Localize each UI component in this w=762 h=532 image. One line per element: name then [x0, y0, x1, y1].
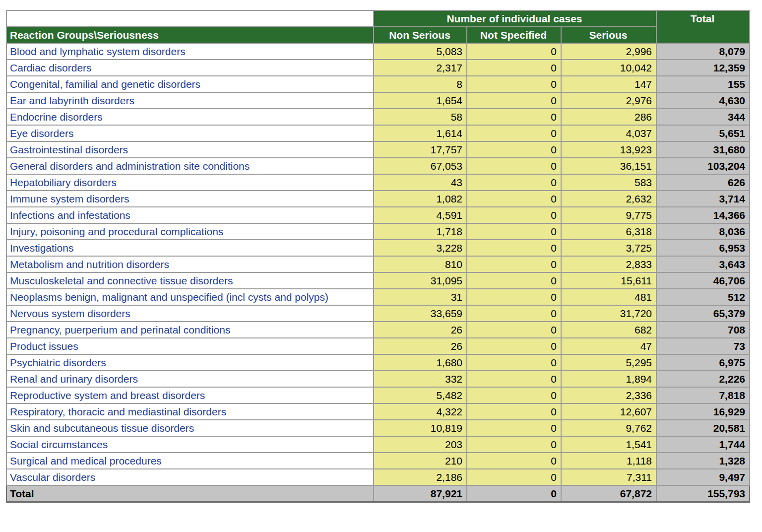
- row-label[interactable]: Product issues: [6, 338, 374, 354]
- table-row: Reproductive system and breast disorders…: [6, 387, 750, 403]
- row-label[interactable]: Skin and subcutaneous tissue disorders: [6, 420, 374, 436]
- row-total: 4,630: [656, 92, 750, 109]
- row-serious: 5,295: [561, 354, 656, 371]
- row-label[interactable]: Psychiatric disorders: [6, 354, 374, 371]
- row-serious: 36,151: [561, 158, 656, 174]
- row-non-serious: 17,757: [374, 141, 467, 158]
- row-not-specified: 0: [467, 207, 561, 223]
- row-serious: 2,336: [561, 387, 656, 403]
- total-column-header: Total: [656, 10, 750, 43]
- grand-total-label: Total: [6, 485, 374, 502]
- row-serious: 3,725: [561, 240, 656, 256]
- row-label[interactable]: Social circumstances: [6, 436, 374, 453]
- row-label[interactable]: Infections and infestations: [6, 207, 374, 223]
- table-row: Social circumstances20301,5411,744: [6, 436, 750, 453]
- row-non-serious: 33,659: [374, 305, 467, 322]
- row-not-specified: 0: [467, 420, 561, 436]
- row-non-serious: 332: [374, 371, 467, 387]
- table-row: Blood and lymphatic system disorders5,08…: [6, 43, 750, 60]
- row-label[interactable]: Vascular disorders: [6, 469, 374, 485]
- row-label[interactable]: Immune system disorders: [6, 191, 374, 207]
- row-non-serious: 5,083: [374, 43, 467, 60]
- row-not-specified: 0: [467, 305, 561, 322]
- table-row: Nervous system disorders33,659031,72065,…: [6, 305, 750, 322]
- row-not-specified: 0: [467, 76, 561, 92]
- row-not-specified: 0: [467, 371, 561, 387]
- row-serious: 286: [561, 109, 656, 125]
- row-serious: 1,541: [561, 436, 656, 453]
- row-label[interactable]: Gastrointestinal disorders: [6, 141, 374, 158]
- table-row: Eye disorders1,61404,0375,651: [6, 125, 750, 141]
- row-not-specified: 0: [467, 256, 561, 272]
- row-label[interactable]: Metabolism and nutrition disorders: [6, 256, 374, 272]
- row-serious: 583: [561, 174, 656, 191]
- table-row: Vascular disorders2,18607,3119,497: [6, 469, 750, 485]
- table-row: Skin and subcutaneous tissue disorders10…: [6, 420, 750, 436]
- table-row: Immune system disorders1,08202,6323,714: [6, 191, 750, 207]
- row-not-specified: 0: [467, 191, 561, 207]
- row-total: 1,744: [656, 436, 750, 453]
- row-non-serious: 67,053: [374, 158, 467, 174]
- row-not-specified: 0: [467, 387, 561, 403]
- row-non-serious: 31: [374, 289, 467, 305]
- row-total: 708: [656, 322, 750, 338]
- row-not-specified: 0: [467, 223, 561, 240]
- table-row: Renal and urinary disorders33201,8942,22…: [6, 371, 750, 387]
- row-label[interactable]: Blood and lymphatic system disorders: [6, 43, 374, 60]
- row-not-specified: 0: [467, 43, 561, 60]
- row-serious: 12,607: [561, 403, 656, 420]
- row-non-serious: 43: [374, 174, 467, 191]
- row-total: 155: [656, 76, 750, 92]
- row-label[interactable]: Ear and labyrinth disorders: [6, 92, 374, 109]
- row-label[interactable]: Nervous system disorders: [6, 305, 374, 322]
- row-label[interactable]: Endocrine disorders: [6, 109, 374, 125]
- row-not-specified: 0: [467, 403, 561, 420]
- row-total: 5,651: [656, 125, 750, 141]
- row-total: 73: [656, 338, 750, 354]
- row-label[interactable]: Cardiac disorders: [6, 60, 374, 76]
- row-non-serious: 210: [374, 453, 467, 469]
- table-row: Neoplasms benign, malignant and unspecif…: [6, 289, 750, 305]
- row-total: 103,204: [656, 158, 750, 174]
- row-label[interactable]: Investigations: [6, 240, 374, 256]
- row-serious: 2,833: [561, 256, 656, 272]
- row-label[interactable]: Injury, poisoning and procedural complic…: [6, 223, 374, 240]
- row-label[interactable]: Surgical and medical procedures: [6, 453, 374, 469]
- row-non-serious: 31,095: [374, 272, 467, 289]
- row-not-specified: 0: [467, 469, 561, 485]
- row-total: 8,079: [656, 43, 750, 60]
- row-label[interactable]: Reproductive system and breast disorders: [6, 387, 374, 403]
- row-label[interactable]: General disorders and administration sit…: [6, 158, 374, 174]
- row-non-serious: 3,228: [374, 240, 467, 256]
- row-total: 65,379: [656, 305, 750, 322]
- row-label[interactable]: Eye disorders: [6, 125, 374, 141]
- row-label[interactable]: Neoplasms benign, malignant and unspecif…: [6, 289, 374, 305]
- row-not-specified: 0: [467, 125, 561, 141]
- row-non-serious: 1,718: [374, 223, 467, 240]
- row-serious: 9,762: [561, 420, 656, 436]
- col-header-not-specified: Not Specified: [467, 27, 561, 43]
- row-not-specified: 0: [467, 354, 561, 371]
- row-label[interactable]: Congenital, familial and genetic disorde…: [6, 76, 374, 92]
- row-total: 344: [656, 109, 750, 125]
- row-non-serious: 1,082: [374, 191, 467, 207]
- row-serious: 7,311: [561, 469, 656, 485]
- table-row: Infections and infestations4,59109,77514…: [6, 207, 750, 223]
- row-not-specified: 0: [467, 453, 561, 469]
- row-total: 1,328: [656, 453, 750, 469]
- row-label[interactable]: Respiratory, thoracic and mediastinal di…: [6, 403, 374, 420]
- row-serious: 6,318: [561, 223, 656, 240]
- row-total: 20,581: [656, 420, 750, 436]
- row-label[interactable]: Musculoskeletal and connective tissue di…: [6, 272, 374, 289]
- grand-total-overall: 155,793: [656, 485, 750, 502]
- row-total: 7,818: [656, 387, 750, 403]
- row-label[interactable]: Renal and urinary disorders: [6, 371, 374, 387]
- row-serious: 2,976: [561, 92, 656, 109]
- row-non-serious: 8: [374, 76, 467, 92]
- row-label[interactable]: Hepatobiliary disorders: [6, 174, 374, 191]
- table-row: Gastrointestinal disorders17,757013,9233…: [6, 141, 750, 158]
- row-non-serious: 810: [374, 256, 467, 272]
- row-total: 3,643: [656, 256, 750, 272]
- grand-total-row: Total 87,921 0 67,872 155,793: [6, 485, 750, 502]
- row-label[interactable]: Pregnancy, puerperium and perinatal cond…: [6, 322, 374, 338]
